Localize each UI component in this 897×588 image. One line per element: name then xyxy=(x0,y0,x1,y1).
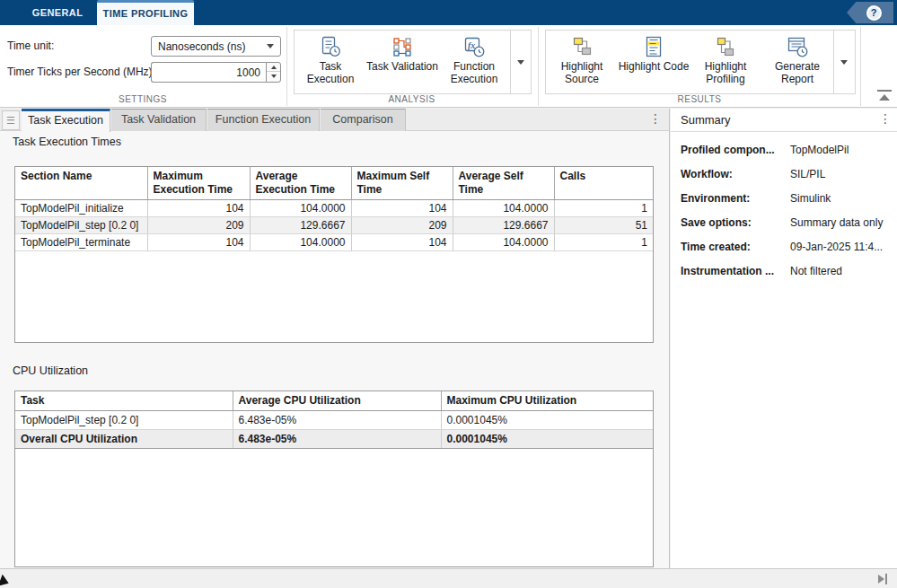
results-button-group: Highlight Source Highlight Code Highligh… xyxy=(545,30,856,94)
analysis-gallery-dropdown[interactable] xyxy=(510,31,531,93)
cell-calls: 1 xyxy=(554,200,653,217)
field-value: TopModelPil xyxy=(790,144,849,156)
toolstrip-tab-bar: GENERAL TIME PROFILING ? xyxy=(0,0,897,25)
table-row[interactable]: TopModelPil_terminate 104 104.0000 104 1… xyxy=(15,234,653,251)
help-icon: ? xyxy=(866,5,882,21)
cell-section-name: TopModelPil_step [0.2 0] xyxy=(15,217,147,234)
doc-tab-function-execution[interactable]: Function Execution xyxy=(207,109,320,131)
field-value: 09-Jan-2025 11:4... xyxy=(790,241,883,253)
col-task: Task xyxy=(15,391,233,411)
highlight-source-icon xyxy=(570,35,594,58)
tab-time-profiling[interactable]: TIME PROFILING xyxy=(97,0,194,25)
cell-avg-exec: 104.0000 xyxy=(250,200,351,217)
cell-task: Overall CPU Utilization xyxy=(15,430,233,449)
summary-field: Profiled compon... TopModelPil xyxy=(681,138,889,162)
cell-max-exec: 209 xyxy=(147,217,250,234)
collapse-toolstrip-icon xyxy=(877,90,892,92)
svg-text:fx: fx xyxy=(468,40,475,50)
highlight-source-label: Highlight Source xyxy=(546,60,618,85)
chevron-down-icon xyxy=(267,44,274,48)
cell-avg-exec: 129.6667 xyxy=(250,217,351,234)
timer-ticks-input[interactable] xyxy=(151,62,266,83)
status-bar xyxy=(0,568,897,588)
exec-times-title: Task Execution Times xyxy=(13,136,121,148)
field-label: Environment: xyxy=(681,192,750,205)
expand-panel-bar xyxy=(885,574,887,584)
stepper-down-icon[interactable] xyxy=(267,72,280,81)
field-label: Workflow: xyxy=(681,168,733,180)
task-execution-label: Task Execution xyxy=(295,60,366,85)
table-row[interactable]: TopModelPil_step [0.2 0] 6.483e-05% 0.00… xyxy=(15,411,653,430)
highlight-code-button[interactable]: Highlight Code xyxy=(618,31,690,93)
field-label: Profiled compon... xyxy=(681,144,775,156)
help-button[interactable]: ? xyxy=(847,2,893,23)
exec-times-table: Section Name Maximum Execution Time Aver… xyxy=(14,166,654,343)
doc-tab-task-validation[interactable]: Task Validation xyxy=(111,109,207,131)
exec-header-row: Section Name Maximum Execution Time Aver… xyxy=(15,167,653,200)
chevron-down-icon xyxy=(840,60,848,65)
col-calls: Calls xyxy=(554,167,653,200)
tab-general[interactable]: GENERAL xyxy=(18,0,97,25)
tab-overflow-menu-icon[interactable]: ⋮ xyxy=(648,111,663,129)
cell-max-self: 209 xyxy=(351,217,453,234)
time-unit-value: Nanoseconds (ns) xyxy=(158,40,245,53)
field-value: SIL/PIL xyxy=(790,168,825,180)
stepper-up-icon[interactable] xyxy=(267,63,280,72)
cell-max-self: 104 xyxy=(351,200,453,217)
table-row[interactable]: Overall CPU Utilization 6.483e-05% 0.000… xyxy=(15,430,653,449)
task-execution-button[interactable]: Task Execution xyxy=(295,31,366,93)
summary-field: Save options: Summary data only xyxy=(681,211,889,235)
expand-panel-button[interactable] xyxy=(878,574,889,584)
summary-title: Summary xyxy=(671,109,897,132)
summary-menu-icon[interactable]: ⋮ xyxy=(879,111,892,129)
summary-field: Instrumentation ... Not filtered xyxy=(681,259,889,284)
cell-max-cpu: 0.0001045% xyxy=(441,430,653,449)
cell-avg-exec: 104.0000 xyxy=(250,234,351,251)
time-unit-label: Time unit: xyxy=(7,39,54,52)
highlight-code-label: Highlight Code xyxy=(619,60,690,73)
section-divider xyxy=(860,27,861,106)
field-label: Time created: xyxy=(681,241,751,253)
function-execution-icon: fx xyxy=(462,35,486,58)
generate-report-button[interactable]: Generate Report xyxy=(761,31,833,93)
cpu-header-row: Task Average CPU Utilization Maximum CPU… xyxy=(15,391,653,411)
function-execution-label: Function Execution xyxy=(438,60,510,85)
results-section-label: RESULTS xyxy=(539,94,860,104)
time-unit-dropdown[interactable]: Nanoseconds (ns) xyxy=(151,36,281,57)
doc-tab-comparison[interactable]: Comparison xyxy=(321,109,406,131)
highlight-profiling-label: Highlight Profiling xyxy=(690,60,761,85)
timer-ticks-label: Timer Ticks per Second (MHz): xyxy=(7,66,155,78)
function-execution-button[interactable]: fx Function Execution xyxy=(438,31,510,93)
col-max-cpu: Maximum CPU Utilization xyxy=(441,391,653,411)
document-menu-icon[interactable]: ☰ xyxy=(2,110,20,130)
field-value: Summary data only xyxy=(790,216,883,229)
highlight-profiling-icon xyxy=(714,35,737,58)
task-validation-button[interactable]: Task Validation xyxy=(366,31,438,93)
summary-panel: Summary ⋮ Profiled compon... TopModelPil… xyxy=(671,109,897,568)
col-max-exec-time: Maximum Execution Time xyxy=(147,167,250,200)
field-value: Not filtered xyxy=(790,265,842,277)
highlight-code-icon xyxy=(642,35,665,58)
cpu-utilization-table: Task Average CPU Utilization Maximum CPU… xyxy=(14,391,654,567)
cell-max-cpu: 0.0001045% xyxy=(441,411,653,430)
table-row[interactable]: TopModelPil_step [0.2 0] 209 129.6667 20… xyxy=(15,217,653,234)
task-validation-label: Task Validation xyxy=(366,60,438,73)
collapse-toolstrip-arrow xyxy=(879,94,890,101)
cell-avg-self: 129.6667 xyxy=(453,217,554,234)
chevron-down-icon xyxy=(517,60,524,65)
settings-section-label: SETTINGS xyxy=(0,94,286,104)
collapse-toolstrip-button[interactable] xyxy=(877,90,892,102)
summary-field: Workflow: SIL/PIL xyxy=(681,162,889,187)
analysis-button-group: Task Execution Task Validation fx xyxy=(294,30,532,94)
results-gallery-dropdown[interactable] xyxy=(833,31,854,93)
doc-tab-task-execution[interactable]: Task Execution xyxy=(22,109,110,132)
highlight-source-button[interactable]: Highlight Source xyxy=(546,31,618,93)
table-row[interactable]: TopModelPil_initialize 104 104.0000 104 … xyxy=(15,200,653,217)
cell-avg-cpu: 6.483e-05% xyxy=(233,430,441,449)
task-execution-icon xyxy=(319,35,342,58)
expand-panel-icon xyxy=(878,575,884,584)
timer-ticks-stepper[interactable] xyxy=(266,62,281,83)
summary-field: Time created: 09-Jan-2025 11:4... xyxy=(681,235,889,259)
highlight-profiling-button[interactable]: Highlight Profiling xyxy=(690,31,761,93)
summary-field: Environment: Simulink xyxy=(681,187,889,211)
